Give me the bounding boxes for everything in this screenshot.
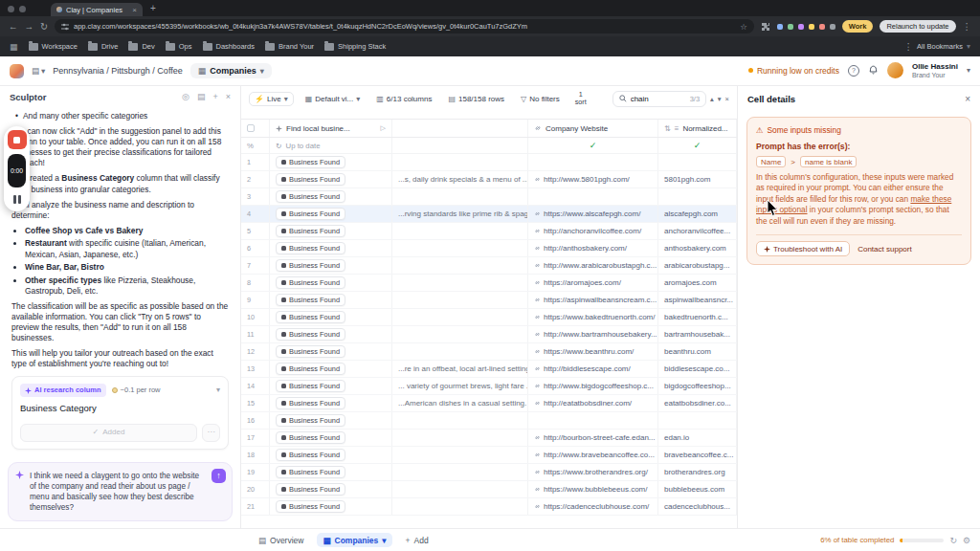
description-cell[interactable]: ...rving standards like prime rib & spag… [392, 206, 528, 222]
description-cell[interactable] [392, 292, 528, 308]
target-icon[interactable]: ◎ [182, 92, 189, 101]
chevron-down-icon[interactable]: ▾ [216, 386, 220, 396]
normalized-cell[interactable]: alscafepgh.com [658, 206, 737, 222]
forward-button[interactable]: → [25, 22, 34, 32]
table-row[interactable]: 9 Business Found https://aspinwallbeansn… [241, 292, 737, 309]
table-row[interactable]: 13 Business Found ...re in an offbeat, l… [241, 361, 737, 378]
user-info[interactable]: Ollie Hassini Brand Your [912, 62, 958, 78]
all-bookmarks-button[interactable]: ⋮ All Bookmarks ▾ [904, 42, 970, 52]
find-local-cell[interactable]: Business Found [270, 292, 392, 308]
website-cell[interactable]: https://www.beanthru.com/ [528, 343, 658, 360]
extensions-puzzle-icon[interactable] [761, 22, 770, 32]
browser-tab[interactable]: Clay | Companies × [51, 3, 143, 16]
table-row[interactable]: 15 Business Found ...American dishes in … [241, 395, 737, 412]
table-row[interactable]: 4 Business Found ...rving standards like… [241, 206, 737, 223]
description-cell[interactable] [392, 430, 528, 446]
apps-grid-icon[interactable]: ▦ [10, 42, 18, 52]
normalized-cell[interactable]: eatatbobsdiner.co... [658, 395, 737, 411]
rows-button[interactable]: ▤ 158/158 rows [443, 93, 509, 105]
column-header-website[interactable]: Company Website [528, 120, 658, 137]
added-button[interactable]: ✓ Added [20, 424, 197, 442]
normalized-cell[interactable]: anthosbakery.com [658, 240, 737, 256]
relaunch-button[interactable]: Relaunch to update [880, 20, 955, 33]
table-row[interactable]: 3 Business Found [241, 188, 737, 206]
website-cell[interactable]: http://www.bartramhousebakery... [528, 326, 658, 342]
normalized-cell[interactable]: arabicarobustapg... [658, 257, 737, 274]
website-cell[interactable] [528, 412, 658, 429]
bookmark-item[interactable]: Drive [88, 42, 119, 51]
expand-icon[interactable]: ▤ [197, 92, 206, 101]
find-local-cell[interactable]: Business Found [270, 430, 392, 446]
browser-menu-icon[interactable]: ⋮ [963, 22, 972, 32]
normalized-cell[interactable]: brotherandres.org [658, 464, 737, 480]
bookmark-item[interactable]: Ops [166, 42, 192, 51]
table-row[interactable]: 5 Business Found http://anchoranvilcoffe… [241, 223, 737, 240]
view-dropdown[interactable]: ▦ Default vi... ▾ [301, 93, 366, 105]
tab-overview[interactable]: ▤ Overview [253, 533, 309, 547]
description-cell[interactable]: ... variety of gourmet brews, light fare… [392, 378, 528, 394]
columns-button[interactable]: ▥ 6/13 columns [371, 93, 436, 105]
find-local-cell[interactable]: Business Found [270, 171, 392, 187]
chevron-down-icon[interactable]: ▾ [967, 66, 970, 75]
table-row[interactable]: 16 Business Found [241, 412, 737, 430]
find-local-cell[interactable]: Business Found [270, 326, 392, 342]
card-more-button[interactable]: ⋯ [202, 424, 220, 442]
bookmark-item[interactable]: Brand Your [265, 42, 314, 51]
description-cell[interactable]: ...American dishes in a casual setting. [392, 395, 528, 411]
ai-column-card[interactable]: AI research column ~0.1 per row ▾ Busine… [11, 376, 229, 449]
help-icon[interactable]: ? [848, 65, 859, 77]
website-cell[interactable]: https://aspinwallbeansncream.c... [528, 292, 658, 308]
find-local-cell[interactable]: Business Found [270, 343, 392, 360]
website-cell[interactable] [528, 188, 658, 205]
table-row[interactable]: 8 Business Found https://aromajoes.com/ … [241, 275, 737, 292]
sort-button[interactable]: 1 sort [571, 91, 590, 105]
find-local-cell[interactable]: Business Found [270, 361, 392, 377]
description-cell[interactable] [392, 326, 528, 342]
bookmark-star-icon[interactable]: ☆ [740, 22, 747, 32]
website-cell[interactable]: http://anthosbakery.com/ [528, 240, 658, 256]
send-button[interactable]: ↑ [212, 469, 226, 483]
table-row[interactable]: 21 Business Found https://cadenceclubhou… [241, 498, 737, 516]
website-cell[interactable]: https://cadenceclubhouse.com/ [528, 498, 658, 515]
search-input[interactable] [631, 95, 686, 103]
add-icon[interactable]: + [212, 92, 217, 101]
description-cell[interactable]: ...s, daily drink specials & a menu of .… [392, 171, 528, 187]
website-cell[interactable]: http://bourbon-street-cafe.edan... [528, 430, 658, 446]
normalized-cell[interactable] [658, 188, 737, 205]
table-row[interactable]: 10 Business Found https://www.bakedtruen… [241, 309, 737, 326]
table-row[interactable]: 17 Business Found http://bourbon-street-… [241, 430, 737, 447]
settings-gear-icon[interactable]: ⚙ [963, 536, 970, 545]
reload-button[interactable]: ↻ [40, 22, 48, 32]
window-controls[interactable] [8, 6, 26, 12]
description-cell[interactable] [392, 498, 528, 515]
description-cell[interactable] [392, 412, 528, 429]
normalized-cell[interactable]: bartramhousebak... [658, 326, 737, 342]
bell-icon[interactable] [868, 65, 879, 76]
normalized-cell[interactable]: aspinwallbeansncr... [658, 292, 737, 308]
table-row[interactable]: 11 Business Found http://www.bartramhous… [241, 326, 737, 343]
description-cell[interactable] [392, 447, 528, 463]
column-header-normalized[interactable]: ⇅ ≡ Normalized... [658, 120, 737, 137]
new-tab-button[interactable]: + [150, 3, 156, 13]
description-cell[interactable]: ...re in an offbeat, local art-lined set… [392, 361, 528, 377]
website-cell[interactable]: http://www.5801pgh.com/ [528, 171, 658, 187]
table-row[interactable]: 18 Business Found http://www.bravebeanco… [241, 447, 737, 464]
find-local-cell[interactable]: Business Found [270, 257, 392, 274]
bookmark-item[interactable]: Shipping Stack [324, 42, 386, 51]
refresh-icon[interactable]: ↻ [949, 536, 957, 545]
website-cell[interactable]: http://www.bravebeancoffee.co... [528, 447, 658, 463]
description-cell[interactable] [392, 464, 528, 480]
table-row[interactable]: 19 Business Found https://www.brotherand… [241, 464, 737, 481]
normalized-cell[interactable]: cadenceclubhous... [658, 498, 737, 515]
extension-icons[interactable] [777, 24, 835, 30]
normalized-cell[interactable]: bubblebeeus.com [658, 481, 737, 497]
website-cell[interactable] [528, 154, 658, 170]
normalized-cell[interactable]: bigdogcoffeeshop... [658, 378, 737, 394]
back-button[interactable]: ← [9, 22, 18, 32]
pause-recording-button[interactable] [13, 192, 21, 208]
normalized-cell[interactable] [658, 154, 737, 170]
workspace-switcher[interactable]: ▤ ▾ [32, 66, 45, 76]
normalized-cell[interactable]: anchoranvilcoffee... [658, 223, 737, 239]
find-local-cell[interactable]: Business Found [270, 412, 392, 429]
description-cell[interactable] [392, 188, 528, 205]
